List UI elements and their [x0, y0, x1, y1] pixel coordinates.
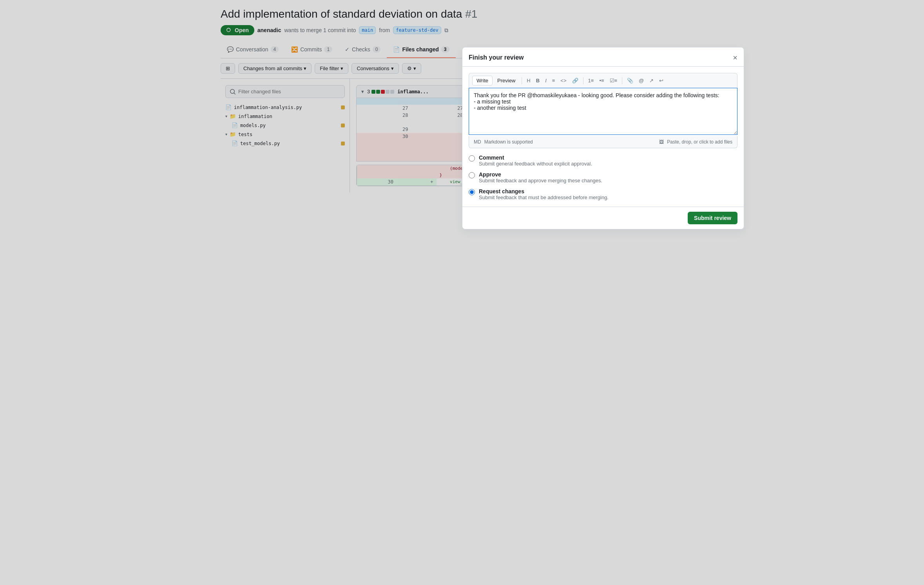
bold-btn[interactable]: B [534, 76, 542, 85]
approve-label: Approve [479, 171, 602, 178]
popup-close-btn[interactable]: × [733, 54, 737, 62]
ordered-list-btn[interactable]: 1≡ [586, 76, 596, 85]
comment-desc: Submit general feedback without explicit… [479, 161, 592, 167]
approve-desc: Submit feedback and approve merging thes… [479, 178, 602, 183]
reply-btn[interactable]: ↩ [657, 76, 666, 85]
option-comment: Comment Submit general feedback without … [469, 154, 737, 167]
image-icon: 🖼 [659, 139, 664, 145]
toolbar-divider-3 [622, 77, 622, 84]
editor-footer: MD Markdown is supported 🖼 Paste, drop, … [469, 136, 737, 148]
popup-header: Finish your review × [462, 47, 744, 67]
attach-btn[interactable]: 📎 [625, 76, 636, 85]
popup-title: Finish your review [469, 54, 524, 61]
toolbar-divider-1 [522, 77, 522, 84]
comment-radio[interactable] [469, 155, 475, 162]
markdown-icon: MD [474, 139, 481, 145]
request-changes-desc: Submit feedback that must be addressed b… [479, 194, 609, 200]
comment-label: Comment [479, 154, 592, 161]
code-btn[interactable]: <> [558, 76, 569, 85]
review-textarea[interactable] [469, 88, 737, 135]
mention-btn[interactable]: @ [636, 76, 646, 85]
popup-body: Write Preview H B I ≡ <> 🔗 1≡ •≡ ☑≡ 📎 @ … [462, 67, 744, 200]
review-options: Comment Submit general feedback without … [469, 154, 737, 200]
markdown-hint: Markdown is supported [484, 139, 533, 145]
toolbar-divider-2 [583, 77, 583, 84]
write-tab[interactable]: Write [472, 76, 493, 85]
request-changes-label: Request changes [479, 188, 609, 194]
editor-toolbar: Write Preview H B I ≡ <> 🔗 1≡ •≡ ☑≡ 📎 @ … [469, 73, 737, 88]
quote-btn[interactable]: ≡ [550, 76, 558, 85]
reference-btn[interactable]: ↗ [647, 76, 656, 85]
unordered-list-btn[interactable]: •≡ [597, 76, 606, 85]
heading-btn[interactable]: H [524, 76, 533, 85]
request-changes-radio[interactable] [469, 189, 475, 195]
italic-btn[interactable]: I [543, 76, 549, 85]
approve-radio[interactable] [469, 172, 475, 178]
preview-tab[interactable]: Preview [493, 76, 519, 85]
option-request-changes: Request changes Submit feedback that mus… [469, 188, 737, 200]
finish-review-popup: Finish your review × Write Preview H B I… [462, 47, 744, 200]
option-approve: Approve Submit feedback and approve merg… [469, 171, 737, 183]
link-btn[interactable]: 🔗 [570, 76, 581, 85]
task-list-btn[interactable]: ☑≡ [607, 76, 620, 85]
attach-hint[interactable]: Paste, drop, or click to add files [667, 139, 732, 145]
